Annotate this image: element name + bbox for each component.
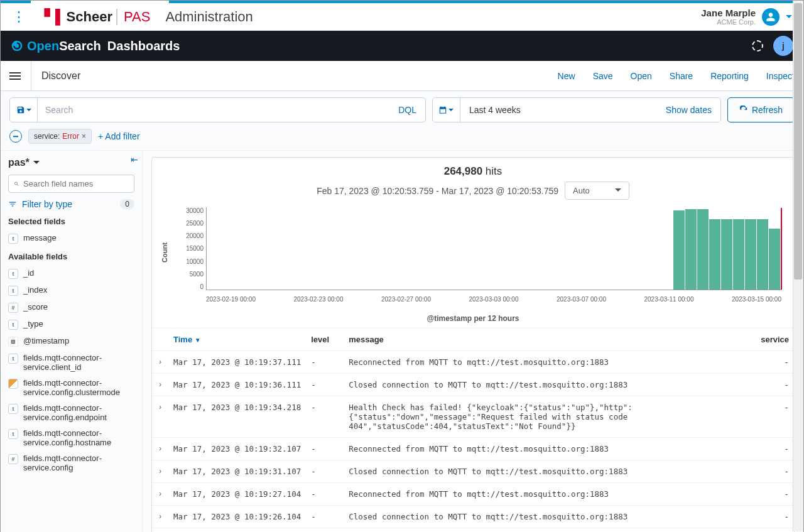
field-search [8, 175, 134, 193]
calendar-icon [433, 98, 460, 122]
chevron-down-icon [786, 15, 792, 21]
table-row[interactable]: ›Mar 17, 2023 @ 10:19:37.111-Reconnected… [152, 351, 794, 374]
refresh-button[interactable]: Refresh [727, 97, 795, 122]
hit-count: 264,980 hits [152, 158, 794, 179]
search-input[interactable] [38, 98, 389, 122]
search-icon [14, 180, 19, 188]
nav-open[interactable]: Open [631, 71, 652, 81]
histogram-chart[interactable]: Count 300002500020000150001000050000 202… [183, 207, 781, 308]
nav-inspect[interactable]: Inspect [766, 71, 795, 81]
saved-queries-button[interactable] [10, 98, 38, 122]
field-item[interactable]: tfields.mqtt-connector-service.config.en… [8, 400, 134, 425]
opensearch-logo: OpenSearch Dashboards [11, 39, 180, 53]
field-type-icon: t [8, 429, 18, 439]
field-item[interactable]: #fields.mqtt-connector-service.config [8, 450, 134, 475]
table-row[interactable]: ›Mar 17, 2023 @ 10:19:27.104-Reconnected… [152, 483, 794, 506]
nav-save[interactable]: Save [593, 71, 613, 81]
expand-row-icon[interactable]: › [152, 374, 168, 396]
col-level[interactable]: level [306, 328, 344, 351]
filter-icon[interactable] [9, 130, 22, 143]
date-range: Feb 17, 2023 @ 10:20:53.759 - Mar 17, 20… [317, 186, 558, 196]
field-type-icon: t [8, 234, 18, 244]
expand-row-icon[interactable]: › [152, 396, 168, 438]
field-item[interactable]: tmessage [8, 230, 134, 247]
discover-title: Discover [31, 61, 80, 90]
col-message[interactable]: message [344, 328, 750, 351]
field-type-icon: t [8, 404, 18, 414]
add-filter-link[interactable]: + Add filter [98, 131, 140, 141]
field-search-input[interactable] [23, 179, 129, 188]
page-title: Administration [165, 9, 253, 25]
field-type-icon [8, 379, 18, 389]
user-company: ACME Corp. [701, 18, 756, 26]
filter-by-type[interactable]: Filter by type 0 [8, 199, 134, 209]
field-type-icon: t [8, 269, 18, 279]
expand-row-icon[interactable]: › [152, 460, 168, 483]
field-item[interactable]: fields.mqtt-connector-service.config.clu… [8, 375, 134, 400]
results-table: Time ▼ level message service ›Mar 17, 20… [152, 328, 794, 528]
brand-logo: ▘▌Scheer PAS [45, 9, 150, 25]
date-picker[interactable]: Last 4 weeks Show dates [432, 97, 721, 122]
user-avatar[interactable]: j [773, 36, 793, 56]
app-header: ⋮ ▘▌Scheer PAS Administration Jane Marpl… [1, 3, 803, 31]
col-service[interactable]: service [750, 328, 794, 351]
collapse-sidebar-icon[interactable]: ⇤ [131, 155, 138, 165]
help-icon[interactable] [752, 40, 763, 52]
field-type-icon: # [8, 454, 18, 464]
table-row[interactable]: ›Mar 17, 2023 @ 10:19:34.218-Health Chec… [152, 396, 794, 438]
field-type-icon: t [8, 354, 18, 364]
filter-bar: service: Error × + Add filter [1, 129, 803, 150]
nav-share[interactable]: Share [670, 71, 693, 81]
field-item[interactable]: t_id [8, 265, 134, 282]
nav-new[interactable]: New [558, 71, 575, 81]
field-item[interactable]: t_index [8, 282, 134, 299]
table-row[interactable]: ›Mar 17, 2023 @ 10:19:31.107-Closed conn… [152, 460, 794, 483]
interval-selector[interactable]: Auto [565, 182, 629, 200]
field-type-icon: t [8, 286, 18, 296]
date-range-text: Last 4 weeks [460, 105, 657, 115]
user-name: Jane Marple [701, 8, 756, 18]
field-item[interactable]: tfields.mqtt-connector-service.client_id [8, 350, 134, 375]
query-bar: DQL Last 4 weeks Show dates Refresh [1, 91, 803, 129]
available-fields-heading: Available fields [8, 252, 134, 261]
table-row[interactable]: ›Mar 17, 2023 @ 10:19:32.107-Reconnected… [152, 438, 794, 460]
show-dates-link[interactable]: Show dates [657, 105, 720, 115]
expand-row-icon[interactable]: › [152, 351, 168, 374]
field-type-icon: ⊞ [8, 337, 18, 347]
fields-sidebar: ⇤ pas* Filter by type 0 Selected fields … [1, 151, 143, 532]
field-item[interactable]: tfields.mqtt-connector-service.config.ho… [8, 425, 134, 450]
table-row[interactable]: ›Mar 17, 2023 @ 10:19:36.111-Closed conn… [152, 374, 794, 396]
col-time[interactable]: Time ▼ [168, 328, 306, 351]
field-type-icon: t [8, 320, 18, 330]
field-item[interactable]: #_score [8, 299, 134, 316]
app-menu-icon[interactable]: ⋮ [12, 9, 26, 25]
filter-pill[interactable]: service: Error × [28, 129, 92, 144]
dql-button[interactable]: DQL [389, 98, 425, 122]
close-icon[interactable]: × [82, 132, 86, 141]
expand-row-icon[interactable]: › [152, 506, 168, 528]
nav-reporting[interactable]: Reporting [710, 71, 749, 81]
scrollbar[interactable] [793, 1, 803, 531]
field-item[interactable]: t_type [8, 316, 134, 333]
opensearch-bar: OpenSearch Dashboards j [1, 31, 803, 61]
avatar-icon [762, 8, 780, 26]
expand-row-icon[interactable]: › [152, 438, 168, 460]
table-row[interactable]: ›Mar 17, 2023 @ 10:19:26.104-Closed conn… [152, 506, 794, 528]
index-pattern-selector[interactable]: pas* [8, 157, 134, 168]
nav-toggle-icon[interactable] [9, 70, 21, 82]
user-menu[interactable]: Jane Marple ACME Corp. [701, 8, 792, 26]
filter-icon [8, 200, 17, 209]
field-item[interactable]: ⊞@timestamp [8, 333, 134, 350]
selected-fields-heading: Selected fields [8, 217, 134, 226]
expand-row-icon[interactable]: › [152, 483, 168, 506]
sub-header: Discover NewSaveOpenShareReportingInspec… [1, 61, 803, 91]
field-type-icon: # [8, 303, 18, 313]
